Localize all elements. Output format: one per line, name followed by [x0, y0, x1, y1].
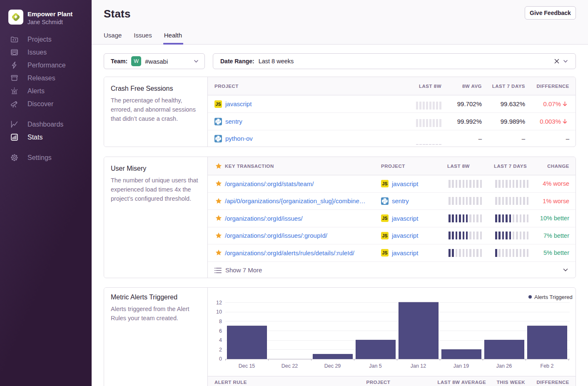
svg-text:Dec 15: Dec 15: [239, 363, 255, 369]
svg-text:12: 12: [216, 300, 222, 306]
svg-text:Jan 5: Jan 5: [369, 363, 382, 369]
svg-text:Jan 26: Jan 26: [496, 363, 512, 369]
svg-text:Dec 29: Dec 29: [324, 363, 341, 369]
svg-text:0: 0: [219, 356, 222, 362]
svg-text:8: 8: [219, 319, 222, 324]
svg-text:Jan 19: Jan 19: [453, 363, 469, 369]
svg-text:Alerts Triggered: Alerts Triggered: [534, 294, 573, 300]
svg-text:Feb 2: Feb 2: [541, 363, 554, 369]
svg-text:10: 10: [216, 309, 222, 315]
svg-text:Dec 22: Dec 22: [282, 363, 298, 369]
svg-text:6: 6: [219, 328, 222, 334]
svg-text:Jan 12: Jan 12: [411, 363, 426, 369]
svg-text:2: 2: [219, 347, 222, 353]
svg-text:4: 4: [219, 337, 222, 343]
